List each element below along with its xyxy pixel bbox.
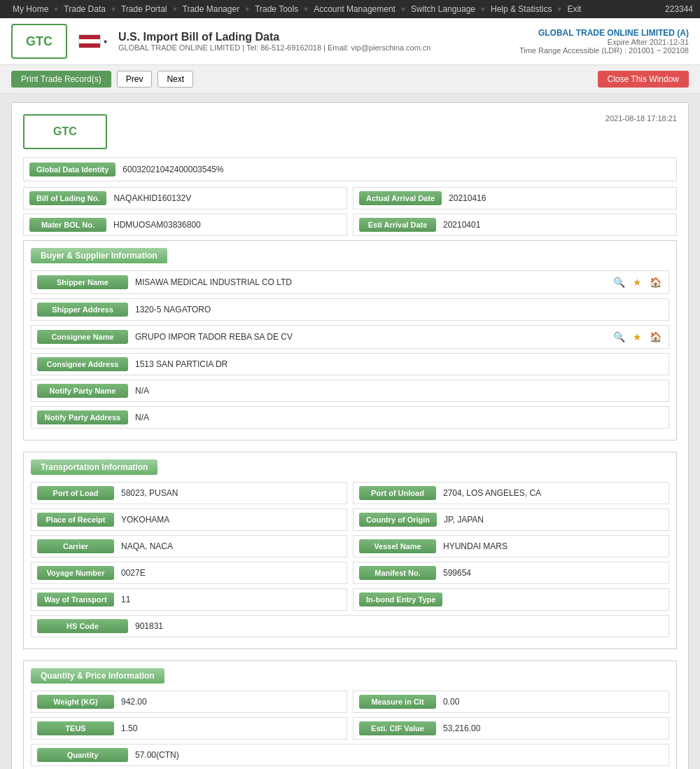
- measure-cit-value: 0.00: [443, 697, 459, 707]
- transportation-title: Transportation Information: [31, 459, 158, 475]
- in-bond-entry-group: In-bond Entry Type: [353, 588, 669, 611]
- close-window-button[interactable]: Close This Window: [598, 71, 689, 88]
- consignee-name-label: Consignee Name: [37, 330, 128, 344]
- esti-cif-label: Esti. CIF Value: [359, 721, 436, 735]
- global-data-identity-label: Global Data Identity: [29, 162, 115, 176]
- shipper-address-value: 1320-5 NAGATORO: [135, 305, 663, 314]
- page-title-area: U.S. Import Bill of Lading Data GLOBAL T…: [118, 31, 519, 52]
- global-data-identity-row: Global Data Identity 6003202104240000354…: [23, 158, 677, 181]
- next-button[interactable]: Next: [158, 71, 193, 88]
- shipper-search-icon[interactable]: 🔍: [611, 275, 626, 290]
- prev-button[interactable]: Prev: [117, 71, 153, 88]
- notify-party-name-row: Notify Party Name N/A: [31, 380, 669, 402]
- top-navigation: My Home ▾ Trade Data ▾ Trade Portal ▾ Tr…: [0, 0, 700, 18]
- nav-trade-portal[interactable]: Trade Portal: [115, 0, 173, 18]
- esti-arrival-label: Esti Arrival Date: [359, 218, 436, 232]
- page-header: GTC ▾ U.S. Import Bill of Lading Data GL…: [0, 18, 700, 65]
- consignee-icons: 🔍 ★ 🏠: [611, 329, 663, 345]
- manifest-no-group: Manifest No. 599654: [353, 562, 669, 584]
- manifest-no-label: Manifest No.: [359, 566, 436, 580]
- company-name: GLOBAL TRADE ONLINE LIMITED (A): [519, 28, 689, 38]
- account-info: GLOBAL TRADE ONLINE LIMITED (A) Expire A…: [519, 28, 689, 55]
- consignee-address-row: Consignee Address 1513 SAN PARTICIA DR: [31, 353, 669, 375]
- quantity-price-section: Quantity & Price Information Weight (KG)…: [23, 660, 677, 769]
- place-of-receipt-label: Place of Receipt: [37, 513, 114, 527]
- consignee-address-value: 1513 SAN PARTICIA DR: [135, 359, 663, 369]
- in-bond-entry-label: In-bond Entry Type: [359, 593, 442, 607]
- shipper-name-row: Shipper Name MISAWA MEDICAL INDUSTRIAL C…: [31, 270, 669, 294]
- buyer-supplier-section: Buyer & Supplier Information Shipper Nam…: [23, 240, 677, 441]
- shipper-name-label: Shipper Name: [37, 275, 128, 289]
- voyage-number-group: Voyage Number 0027E: [31, 562, 347, 584]
- bill-of-lading-value: NAQAKHID160132V: [113, 193, 191, 203]
- nav-help-statistics[interactable]: Help & Statistics: [485, 0, 557, 18]
- nav-my-home[interactable]: My Home: [7, 0, 54, 18]
- way-of-transport-value: 11: [121, 595, 130, 604]
- carrier-vessel-row: Carrier NAQA, NACA Vessel Name HYUNDAI M…: [31, 535, 669, 557]
- port-of-load-value: 58023, PUSAN: [121, 488, 178, 498]
- weight-kg-group: Weight (KG) 942.00: [31, 691, 347, 713]
- country-of-origin-value: JP, JAPAN: [444, 515, 484, 525]
- mater-bol-label: Mater BOL No.: [29, 218, 106, 232]
- consignee-star-icon[interactable]: ★: [629, 329, 645, 345]
- notify-party-address-label: Notify Party Address: [37, 410, 128, 424]
- shipper-address-label: Shipper Address: [37, 303, 128, 317]
- shipper-address-row: Shipper Address 1320-5 NAGATORO: [31, 298, 669, 321]
- record-card: GTC 2021-08-18 17:18:21 Global Data Iden…: [11, 102, 689, 769]
- port-of-unload-value: 2704, LOS ANGELES, CA: [443, 488, 541, 498]
- hs-code-row: HS Code 901831: [31, 615, 669, 637]
- carrier-label: Carrier: [37, 539, 114, 553]
- consignee-name-row: Consignee Name GRUPO IMPOR TADOR REBA SA…: [31, 325, 669, 349]
- notify-party-address-value: N/A: [135, 413, 663, 422]
- top-toolbar: Print Trade Record(s) Prev Next Close Th…: [0, 65, 700, 94]
- page-subtitle: GLOBAL TRADE ONLINE LIMITED | Tel: 86-51…: [118, 43, 519, 52]
- global-data-identity-value: 60032021042400003545%: [122, 165, 223, 174]
- place-of-receipt-value: YOKOHAMA: [121, 515, 169, 525]
- vessel-name-value: HYUNDAI MARS: [443, 541, 507, 551]
- bill-arrival-row: Bill of Lading No. NAQAKHID160132V Actua…: [23, 187, 677, 209]
- teus-value: 1.50: [121, 723, 137, 733]
- site-logo: GTC: [11, 24, 67, 59]
- country-of-origin-label: Country of Origin: [359, 513, 437, 527]
- notify-party-name-value: N/A: [135, 386, 663, 396]
- mater-esti-row: Mater BOL No. HDMUOSAM03836800 Esti Arri…: [23, 214, 677, 236]
- nav-account-management[interactable]: Account Management: [308, 0, 401, 18]
- vessel-name-label: Vessel Name: [359, 539, 436, 553]
- manifest-no-value: 599654: [443, 568, 471, 578]
- buyer-supplier-title: Buyer & Supplier Information: [31, 248, 167, 263]
- record-logo: GTC: [23, 114, 107, 149]
- mater-bol-value: HDMUOSAM03836800: [113, 220, 201, 230]
- nav-trade-manager[interactable]: Trade Manager: [177, 0, 246, 18]
- shipper-home-icon[interactable]: 🏠: [648, 275, 663, 290]
- nav-switch-language[interactable]: Switch Language: [405, 0, 481, 18]
- logo-area: GTC: [11, 24, 67, 59]
- teus-group: TEUS 1.50: [31, 717, 347, 740]
- nav-trade-tools[interactable]: Trade Tools: [249, 0, 304, 18]
- actual-arrival-value: 20210416: [449, 193, 486, 203]
- consignee-home-icon[interactable]: 🏠: [648, 329, 663, 345]
- receipt-country-row: Place of Receipt YOKOHAMA Country of Ori…: [31, 508, 669, 531]
- vessel-name-group: Vessel Name HYUNDAI MARS: [353, 535, 669, 557]
- actual-arrival-group: Actual Arrival Date 20210416: [353, 187, 677, 209]
- shipper-name-value: MISAWA MEDICAL INDUSTRIAL CO LTD: [135, 277, 611, 287]
- bill-of-lading-group: Bill of Lading No. NAQAKHID160132V: [23, 187, 347, 209]
- mater-bol-group: Mater BOL No. HDMUOSAM03836800: [23, 214, 347, 236]
- nav-trade-data[interactable]: Trade Data: [58, 0, 111, 18]
- weight-measure-row: Weight (KG) 942.00 Measure in CIt 0.00: [31, 691, 669, 713]
- consignee-search-icon[interactable]: 🔍: [611, 329, 626, 345]
- page-title: U.S. Import Bill of Lading Data: [118, 31, 519, 43]
- port-of-unload-label: Port of Unload: [359, 486, 436, 500]
- shipper-star-icon[interactable]: ★: [629, 275, 645, 290]
- time-range-info: Time Range Accessible (LDR) : 201001 ~ 2…: [519, 46, 689, 55]
- nav-exit[interactable]: Exit: [561, 0, 587, 18]
- print-button[interactable]: Print Trade Record(s): [11, 71, 111, 88]
- flag-selector[interactable]: ▾: [78, 34, 107, 48]
- user-id: 223344: [665, 4, 693, 14]
- voyage-number-value: 0027E: [121, 568, 146, 578]
- quantity-price-title: Quantity & Price Information: [31, 668, 164, 684]
- actual-arrival-label: Actual Arrival Date: [359, 191, 442, 205]
- transport-bond-row: Way of Transport 11 In-bond Entry Type: [31, 588, 669, 611]
- flag-dropdown-arrow[interactable]: ▾: [104, 38, 107, 46]
- port-of-load-group: Port of Load 58023, PUSAN: [31, 482, 347, 504]
- port-of-load-label: Port of Load: [37, 486, 114, 500]
